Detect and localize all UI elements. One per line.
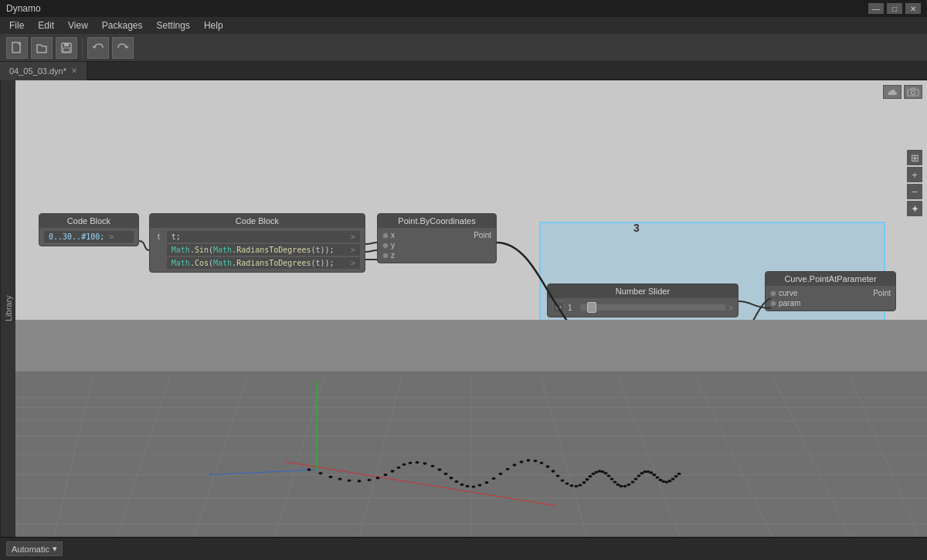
code-block-1-value: 0..30..#100; >: [44, 231, 134, 243]
slider-value: 1: [568, 304, 577, 312]
slider-track[interactable]: [580, 304, 725, 311]
svg-point-63: [540, 462, 544, 464]
curve-point-header: Curve.PointAtParameter: [766, 272, 895, 286]
svg-point-45: [423, 462, 427, 464]
svg-point-70: [575, 485, 579, 487]
zoom-fit-button[interactable]: ⊞: [907, 150, 922, 165]
svg-point-60: [520, 460, 524, 463]
svg-point-64: [546, 465, 550, 467]
svg-point-75: [592, 473, 596, 475]
node-graph-area[interactable]: Code Block 0..30..#100; > Code Block t t…: [15, 80, 927, 320]
run-mode-arrow: ▾: [53, 544, 57, 554]
svg-point-43: [409, 462, 413, 464]
tab-label: 04_05_03.dyn*: [9, 66, 66, 76]
menu-help[interactable]: Help: [198, 19, 229, 32]
svg-rect-3: [63, 48, 70, 52]
svg-point-87: [631, 480, 635, 483]
svg-point-47: [438, 468, 442, 470]
svg-point-61: [527, 459, 531, 461]
menu-settings[interactable]: Settings: [151, 19, 196, 32]
port-curve: [770, 290, 776, 297]
run-mode-dropdown[interactable]: Automatic ▾: [6, 541, 63, 556]
svg-point-44: [416, 461, 419, 463]
slider-thumb[interactable]: [587, 302, 596, 313]
svg-point-93: [650, 471, 654, 473]
tab-close[interactable]: ✕: [71, 66, 77, 75]
svg-point-78: [601, 470, 605, 473]
svg-point-40: [391, 470, 395, 472]
menu-view[interactable]: View: [62, 19, 94, 32]
menu-packages[interactable]: Packages: [96, 19, 149, 32]
zoom-out-button[interactable]: −: [907, 184, 922, 199]
restore-button[interactable]: □: [887, 3, 902, 14]
svg-point-46: [431, 465, 435, 467]
svg-point-33: [329, 476, 333, 478]
code-block-node-1[interactable]: Code Block 0..30..#100; >: [39, 213, 139, 246]
svg-point-58: [506, 468, 510, 470]
point-by-coordinates-node[interactable]: Point.ByCoordinates x Point y: [377, 213, 497, 263]
toolbar: [0, 34, 927, 62]
minimize-button[interactable]: —: [868, 3, 884, 14]
app-title: Dynamo: [6, 3, 41, 14]
svg-point-55: [485, 481, 489, 484]
port-curve-label: curve: [779, 289, 797, 297]
svg-point-65: [552, 470, 555, 472]
number-slider-body: 1 >: [548, 298, 738, 317]
canvas[interactable]: Code Block 0..30..#100; > Code Block t t…: [15, 80, 927, 537]
svg-point-54: [478, 484, 482, 486]
statusbar: Automatic ▾: [0, 537, 927, 560]
code-block-1-body: 0..30..#100; >: [39, 228, 138, 246]
svg-point-84: [620, 485, 623, 487]
port-z: [382, 253, 389, 259]
port-z-label: z: [391, 251, 395, 260]
svg-point-36: [358, 480, 362, 482]
library-panel[interactable]: Library: [0, 80, 15, 537]
curve-point-at-param-node[interactable]: Curve.PointAtParameter curve Point param: [765, 271, 896, 311]
tab-file[interactable]: 04_05_03.dyn* ✕: [0, 62, 87, 80]
open-button[interactable]: [31, 37, 53, 59]
menu-file[interactable]: File: [3, 19, 30, 32]
camera-icon[interactable]: [904, 85, 922, 99]
zoom-in-button[interactable]: +: [907, 167, 922, 182]
viewport-controls-top: [883, 85, 922, 99]
save-button[interactable]: [56, 37, 77, 59]
svg-point-86: [627, 484, 631, 486]
svg-point-95: [656, 476, 660, 478]
number-slider-header: Number Slider: [548, 284, 738, 298]
menu-edit[interactable]: Edit: [32, 19, 60, 32]
svg-point-69: [570, 484, 574, 487]
svg-point-48: [444, 473, 448, 475]
svg-point-37: [368, 479, 372, 481]
clouds-icon[interactable]: [883, 85, 902, 99]
code-line-3: Math.Cos(Math.RadiansToDegrees(t)); >: [167, 257, 360, 269]
svg-point-83: [616, 484, 620, 486]
grid-background: [15, 320, 927, 537]
main-area: Library Code Block 0..30..#100; > Code B…: [0, 80, 927, 537]
svg-point-79: [604, 472, 608, 474]
window-controls: — □ ✕: [868, 3, 921, 14]
svg-point-35: [348, 479, 351, 481]
svg-point-100: [671, 477, 675, 480]
new-button[interactable]: [6, 37, 28, 59]
tabbar: 04_05_03.dyn* ✕: [0, 62, 927, 80]
point-by-coord-body: x Point y z: [378, 228, 496, 263]
port-y-label: y: [391, 241, 395, 249]
number-slider-node[interactable]: Number Slider 1 >: [547, 283, 739, 317]
svg-point-50: [455, 480, 459, 483]
svg-point-51: [460, 484, 464, 486]
port-param-label: param: [779, 299, 800, 307]
redo-button[interactable]: [112, 37, 134, 59]
slider-expand[interactable]: [552, 301, 565, 314]
code-block-node-2[interactable]: Code Block t t; > Math.Sin(Math.RadiansT…: [149, 213, 365, 273]
zoom-reset-button[interactable]: ✦: [907, 201, 922, 216]
svg-point-32: [319, 472, 323, 474]
3d-viewport[interactable]: [15, 320, 927, 537]
zoom-controls: ⊞ + − ✦: [907, 150, 922, 216]
svg-point-80: [607, 474, 611, 477]
close-button[interactable]: ✕: [905, 3, 921, 14]
port-x: [382, 232, 389, 239]
toolbar-separator: [82, 39, 83, 57]
svg-point-67: [561, 479, 565, 481]
undo-button[interactable]: [87, 37, 109, 59]
library-label: Library: [4, 296, 13, 322]
